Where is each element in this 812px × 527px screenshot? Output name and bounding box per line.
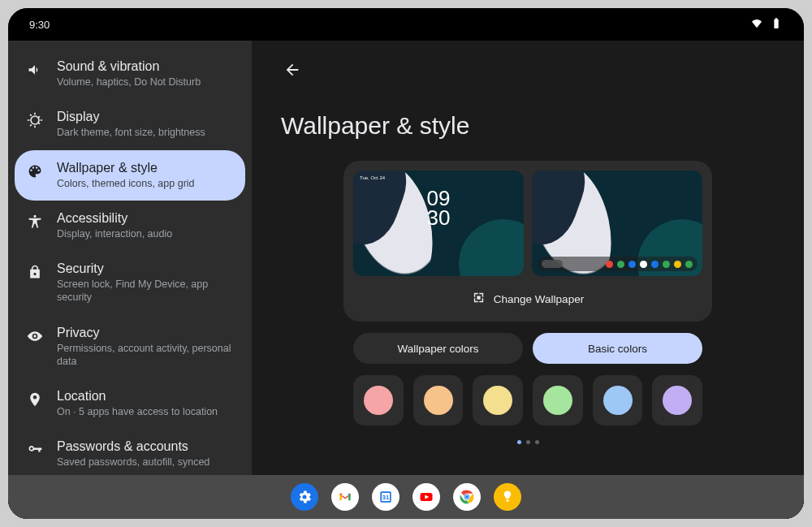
sidebar-item-sub: On · 5 apps have access to location (57, 405, 218, 418)
taskbar-chrome-icon[interactable] (453, 483, 481, 511)
sidebar-item-sub: Colors, themed icons, app grid (57, 177, 195, 190)
back-button[interactable] (281, 58, 304, 81)
display-icon (26, 111, 44, 129)
lock-date: Tue, Oct 24 (360, 175, 385, 180)
location-icon (26, 391, 44, 408)
change-wallpaper-button[interactable]: Change Wallpaper (353, 286, 702, 312)
sidebar-item-label: Security (57, 261, 234, 276)
taskbar-gmail-icon[interactable] (331, 483, 359, 511)
wallpaper-preview-card: Tue, Oct 24 0930 (343, 161, 712, 322)
settings-sidebar: Sound & vibration Volume, haptics, Do No… (8, 41, 252, 519)
sidebar-item-location[interactable]: Location On · 5 apps have access to loca… (15, 378, 245, 429)
status-bar: 9:30 (8, 8, 804, 41)
sidebar-item-label: Display (57, 110, 205, 124)
sidebar-item-privacy[interactable]: Privacy Permissions, account activity, p… (15, 315, 245, 379)
key-icon (26, 441, 44, 459)
sidebar-item-sub: Volume, haptics, Do Not Disturb (57, 76, 201, 89)
color-swatch[interactable] (652, 375, 702, 425)
change-wallpaper-label: Change Wallpaper (494, 293, 584, 305)
main-content: Tue, Oct 24 0930 (281, 161, 775, 519)
sidebar-item-label: Location (57, 389, 218, 404)
sidebar-item-label: Privacy (57, 326, 234, 340)
color-swatch[interactable] (593, 375, 643, 425)
sidebar-item-label: Accessibility (57, 211, 172, 226)
svg-text:31: 31 (382, 494, 389, 501)
taskbar-keep-icon[interactable] (494, 483, 521, 511)
sidebar-item-sub: Permissions, account activity, personal … (57, 342, 234, 369)
battery-icon (770, 17, 783, 32)
sound-icon (26, 61, 44, 79)
privacy-icon (26, 327, 44, 345)
lock-icon (26, 263, 44, 281)
taskbar-youtube-icon[interactable] (412, 483, 440, 511)
sidebar-item-wallpaper[interactable]: Wallpaper & style Colors, themed icons, … (15, 150, 245, 201)
sidebar-item-label: Passwords & accounts (57, 439, 209, 454)
page-indicator (517, 440, 539, 444)
sidebar-item-label: Wallpaper & style (57, 161, 195, 175)
sidebar-item-sub: Display, interaction, audio (57, 227, 172, 240)
sidebar-item-sound[interactable]: Sound & vibration Volume, haptics, Do No… (15, 49, 245, 99)
color-swatch[interactable] (353, 375, 404, 425)
basic-colors-row (353, 375, 702, 425)
sidebar-item-accessibility[interactable]: Accessibility Display, interaction, audi… (15, 201, 245, 251)
tablet-frame: 9:30 Sound & vibration (0, 0, 812, 527)
homescreen-preview[interactable] (532, 171, 702, 276)
accessibility-icon (26, 213, 44, 231)
svg-point-7 (465, 495, 469, 499)
sidebar-item-sub: Screen lock, Find My Device, app securit… (57, 278, 234, 305)
screen: 9:30 Sound & vibration (8, 8, 804, 519)
taskbar-settings-icon[interactable] (291, 483, 318, 511)
status-icons (750, 17, 783, 32)
tab-basic-colors[interactable]: Basic colors (533, 333, 702, 364)
main-panel: Wallpaper & style Tue, Oct 24 0930 (252, 41, 804, 519)
lock-clock: 0930 (427, 188, 451, 228)
wifi-icon (750, 17, 763, 32)
page-title: Wallpaper & style (281, 112, 775, 140)
color-source-tabs: Wallpaper colors Basic colors (353, 333, 702, 364)
sidebar-item-passwords[interactable]: Passwords & accounts Saved passwords, au… (15, 429, 245, 479)
sidebar-item-sub: Saved passwords, autofill, synced (57, 456, 209, 469)
color-swatch[interactable] (533, 375, 583, 425)
sidebar-item-display[interactable]: Display Dark theme, font size, brightnes… (15, 99, 245, 149)
content-body: Sound & vibration Volume, haptics, Do No… (8, 41, 804, 519)
tab-wallpaper-colors[interactable]: Wallpaper colors (353, 333, 523, 364)
color-swatch[interactable] (473, 375, 523, 425)
palette-icon (26, 162, 44, 180)
lockscreen-preview[interactable]: Tue, Oct 24 0930 (353, 171, 524, 276)
sidebar-item-security[interactable]: Security Screen lock, Find My Device, ap… (15, 251, 245, 315)
home-dock (537, 257, 698, 271)
sidebar-item-label: Sound & vibration (57, 59, 201, 74)
wallpaper-icon (472, 291, 486, 307)
taskbar: 31 (8, 475, 804, 519)
status-time: 9:30 (29, 19, 50, 31)
color-swatch[interactable] (413, 375, 464, 425)
sidebar-item-sub: Dark theme, font size, brightness (57, 126, 205, 139)
taskbar-calendar-icon[interactable]: 31 (372, 483, 400, 511)
